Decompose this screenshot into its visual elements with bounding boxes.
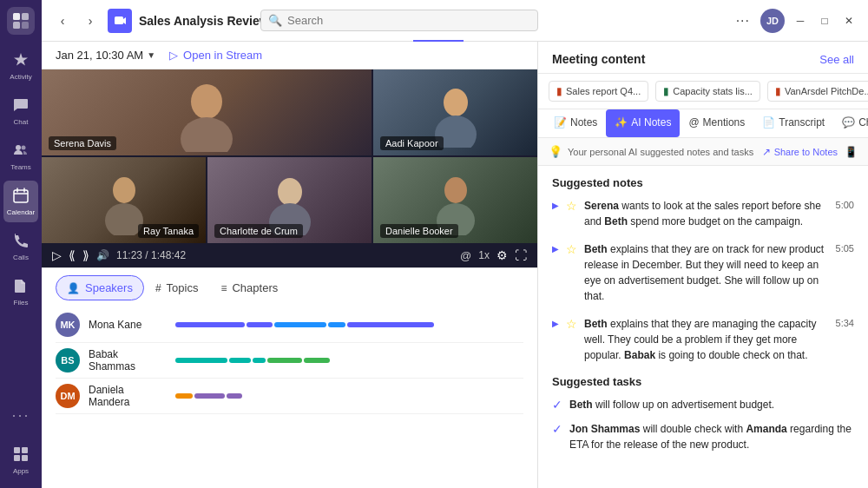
- task-text-1: Beth will follow up on advertisement bud…: [569, 397, 854, 412]
- window-close-button[interactable]: ✕: [840, 12, 858, 30]
- sidebar-item-calls[interactable]: Calls: [3, 226, 38, 267]
- chevron-down-icon: ▼: [147, 50, 155, 60]
- file-chip-capacity[interactable]: ▮ Capacity stats lis...: [655, 81, 760, 102]
- note-bullet-1: ▶: [552, 201, 559, 210]
- activity-icon: [13, 52, 29, 71]
- settings-button[interactable]: ⚙: [496, 248, 508, 262]
- sidebar-item-more[interactable]: ···: [3, 394, 38, 436]
- video-controls: ▷ ⟪ ⟫ 🔊 11:23 / 1:48:42 @ 1x ⚙ ⛶: [42, 243, 537, 267]
- speaker-list: MK Mona Kane BS Babak Shammas: [42, 300, 537, 488]
- video-panel: Jan 21, 10:30 AM ▼ ▷ Open in Stream Sere…: [42, 42, 538, 488]
- transcript-tab-icon: 📄: [762, 116, 775, 129]
- svg-point-16: [444, 89, 468, 116]
- bar-seg: [328, 322, 345, 327]
- svg-rect-10: [22, 447, 28, 453]
- date-bar: Jan 21, 10:30 AM ▼ ▷ Open in Stream: [42, 42, 537, 69]
- open-stream-button[interactable]: ▷ Open in Stream: [169, 49, 262, 62]
- tab-ai-notes[interactable]: ✨ AI Notes: [606, 109, 680, 137]
- files-icon: [13, 278, 29, 297]
- task-item-1: ✓ Beth will follow up on advertisement b…: [552, 397, 854, 412]
- note-time-1: 5:00: [836, 200, 854, 210]
- share-to-notes-button[interactable]: ↗ Share to Notes 📱: [762, 146, 858, 158]
- avatar[interactable]: JD: [760, 9, 785, 33]
- sidebar-item-teams-label: Teams: [10, 163, 31, 171]
- bar-seg: [274, 322, 326, 327]
- minimize-button[interactable]: ─: [792, 12, 809, 30]
- bar-seg: [229, 358, 251, 363]
- file-chip-vanarsde[interactable]: ▮ VanArsdel PitchDe...: [767, 81, 868, 102]
- tab-chapters[interactable]: ≡ Chapters: [209, 275, 289, 300]
- ai-hint-icon: 💡: [549, 145, 562, 158]
- more-options-button[interactable]: ···: [733, 10, 753, 32]
- sidebar-item-apps[interactable]: Apps: [3, 439, 38, 481]
- video-cell-charlotte: Charlotte de Crum: [207, 157, 372, 243]
- nav-forward-button[interactable]: ›: [80, 10, 101, 31]
- video-cell-ray: Ray Tanaka: [42, 157, 206, 243]
- sidebar-item-files[interactable]: Files: [3, 271, 38, 313]
- bar-seg: [347, 322, 434, 327]
- sidebar-item-activity[interactable]: Activity: [3, 45, 38, 87]
- sidebar-item-calendar[interactable]: Calendar: [3, 181, 38, 222]
- note-text-3: Beth explains that they are managing the…: [584, 316, 829, 363]
- tab-notes[interactable]: 📝 Notes: [545, 109, 606, 137]
- main-content: ‹ › Sales Analysis Review Chat Files Det…: [42, 0, 868, 488]
- ai-hint: 💡 Your personal AI suggested notes and t…: [549, 145, 753, 158]
- date-selector[interactable]: Jan 21, 10:30 AM ▼: [56, 49, 155, 62]
- file-chip-sales[interactable]: ▮ Sales report Q4...: [549, 81, 648, 102]
- play-button[interactable]: ▷: [52, 248, 62, 262]
- rewind-button[interactable]: ⟪: [69, 248, 76, 262]
- share-icon: ↗: [762, 146, 771, 158]
- sidebar-item-chat[interactable]: Chat: [3, 90, 38, 132]
- tab-panel-chat[interactable]: 💬 Chat: [833, 109, 868, 137]
- sidebar-item-files-label: Files: [14, 299, 29, 307]
- notes-tabs: 📝 Notes ✨ AI Notes @ Mentions 📄 Transcri…: [538, 109, 868, 138]
- video-controls-right: @ 1x ⚙ ⛶: [460, 248, 527, 262]
- video-cell-danielle: Danielle Booker: [373, 157, 537, 243]
- bar-seg: [175, 322, 245, 327]
- ai-action-bar: 💡 Your personal AI suggested notes and t…: [538, 138, 868, 166]
- tab-topics[interactable]: # Topics: [144, 275, 210, 300]
- topbar-controls: ··· JD ─ □ ✕: [733, 9, 858, 33]
- note-text-2: Beth explains that they are on track for…: [584, 241, 829, 304]
- avatar-mona: MK: [56, 313, 80, 337]
- search-input[interactable]: [287, 14, 530, 27]
- note-item-2: ▶ ☆ Beth explains that they are on track…: [552, 241, 854, 304]
- teams-icon: [13, 142, 29, 162]
- topics-tab-icon: #: [155, 282, 161, 294]
- tab-mentions[interactable]: @ Mentions: [680, 109, 753, 137]
- note-star-3: ☆: [566, 317, 577, 331]
- speaker-row-babak: BS Babak Shammas: [56, 343, 523, 379]
- avatar-daniela: DM: [56, 384, 80, 408]
- speaker-tabs: 👤 Speakers # Topics ≡ Chapters: [42, 267, 537, 300]
- ai-notes-tab-icon: ✨: [615, 116, 628, 129]
- see-all-button[interactable]: See all: [819, 53, 854, 66]
- topbar: ‹ › Sales Analysis Review Chat Files Det…: [42, 0, 868, 42]
- tab-transcript[interactable]: 📄 Transcript: [753, 109, 833, 137]
- task-text-2: Jon Shammas will double check with Amand…: [569, 421, 854, 452]
- avatar-babak: BS: [56, 348, 80, 373]
- svg-rect-1: [22, 13, 29, 20]
- sidebar-item-chat-label: Chat: [14, 118, 29, 126]
- calendar-icon: [13, 188, 29, 207]
- note-item-1: ▶ ☆ Serena wants to look at the sales re…: [552, 198, 854, 229]
- svg-point-20: [278, 178, 302, 206]
- maximize-button[interactable]: □: [816, 12, 833, 30]
- nav-back-button[interactable]: ‹: [52, 10, 73, 31]
- bar-seg: [247, 322, 273, 327]
- files-row: ▮ Sales report Q4... ▮ Capacity stats li…: [538, 74, 868, 109]
- calls-icon: [13, 233, 29, 252]
- task-item-2: ✓ Jon Shammas will double check with Ama…: [552, 421, 854, 452]
- sidebar-item-calendar-label: Calendar: [7, 208, 35, 216]
- sidebar-item-teams[interactable]: Teams: [3, 135, 38, 177]
- bar-seg: [175, 358, 227, 363]
- fullscreen-button[interactable]: ⛶: [515, 248, 527, 262]
- page-title: Sales Analysis Review: [139, 14, 269, 28]
- svg-point-4: [16, 145, 21, 150]
- participant-name-ray: Ray Tanaka: [138, 224, 199, 238]
- suggested-notes-title: Suggested notes: [552, 176, 854, 189]
- forward-button[interactable]: ⟫: [82, 248, 89, 262]
- app-logo: [7, 7, 35, 35]
- speaker-tab-icon: 👤: [67, 282, 80, 294]
- date-label: Jan 21, 10:30 AM: [56, 49, 143, 62]
- tab-speakers[interactable]: 👤 Speakers: [56, 275, 144, 300]
